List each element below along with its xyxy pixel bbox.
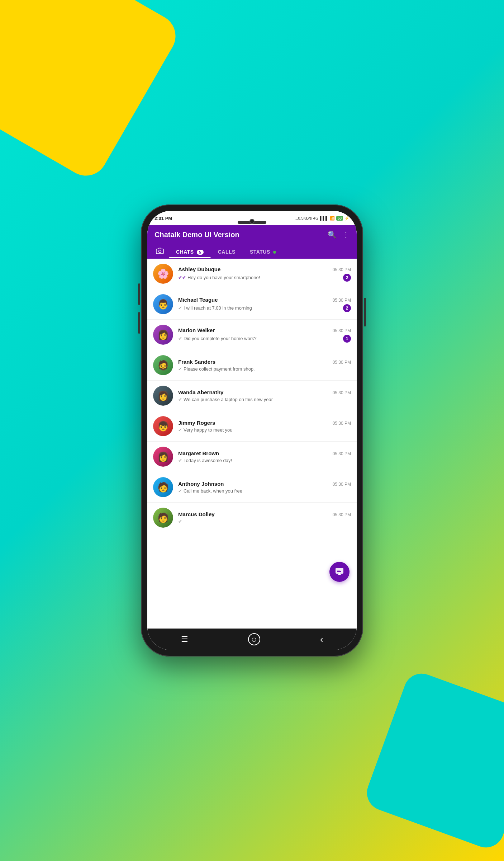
chat-header-row: Jimmy Rogers 05:30 PM [178, 420, 351, 426]
svg-point-1 [159, 250, 161, 253]
more-options-icon[interactable]: ⋮ [342, 230, 350, 239]
chat-message-row: ✔ Did you complete your home work? 1 [178, 335, 351, 343]
tab-calls[interactable]: CALLS [211, 245, 243, 258]
tab-chats[interactable]: CHATS 5 [169, 245, 211, 258]
chat-time: 05:30 PM [333, 267, 351, 272]
search-icon[interactable]: 🔍 [328, 230, 337, 239]
front-camera [249, 219, 255, 224]
avatar: 👩 [153, 386, 173, 406]
chat-message-row: ✔ I will reach at 7.00 in the morning 2 [178, 304, 351, 312]
chat-message: ✔ [178, 519, 351, 524]
menu-icon[interactable]: ☰ [174, 632, 195, 647]
chat-header-row: Frank Sanders 05:30 PM [178, 359, 351, 365]
chat-message-row: ✔ Very happy to meet you [178, 427, 351, 433]
signal-text: ...0.5KB/s [295, 216, 312, 220]
home-icon[interactable]: ○ [248, 633, 260, 645]
chat-name: Marcus Dolley [178, 511, 215, 517]
list-item[interactable]: 👩 Wanda Abernathy 05:30 PM ✔ We can purc… [147, 381, 357, 411]
chat-message-row: ✔✔ Hey do you have your smartphone! 2 [178, 274, 351, 282]
list-item[interactable]: 👩 Marion Welker 05:30 PM ✔ Did you compl… [147, 320, 357, 350]
chat-header-row: Michael Teague 05:30 PM [178, 297, 351, 303]
chat-message: ✔✔ Hey do you have your smartphone! [178, 275, 340, 280]
avatar: 🧑 [153, 508, 173, 528]
svg-rect-2 [336, 568, 343, 574]
single-check-icon: ✔ [178, 336, 182, 341]
single-check-icon: ✔ [178, 458, 182, 463]
single-check-icon: ✔ [178, 427, 182, 433]
chat-message-row: ✔ Today is awesome day! [178, 458, 351, 463]
chat-content: Michael Teague 05:30 PM ✔ I will reach a… [178, 297, 351, 312]
chat-time: 05:30 PM [333, 360, 351, 365]
svg-rect-3 [337, 570, 340, 570]
svg-rect-0 [156, 249, 163, 254]
list-item[interactable]: 🧔 Frank Sanders 05:30 PM ✔ Please collec… [147, 350, 357, 381]
tab-status[interactable]: STATUS [243, 245, 283, 258]
avatar: 👦 [153, 416, 173, 436]
chat-time: 05:30 PM [333, 298, 351, 303]
chat-message: ✔ Very happy to meet you [178, 427, 351, 433]
status-label: STATUS [250, 249, 270, 255]
chat-name: Margaret Brown [178, 450, 219, 456]
chat-message: ✔ We can purchase a laptop on this new y… [178, 397, 351, 402]
chat-content: Wanda Abernathy 05:30 PM ✔ We can purcha… [178, 389, 351, 402]
chat-name: Anthony Johnson [178, 481, 224, 487]
wifi-icon: 📶 [330, 216, 335, 221]
tab-bar: CHATS 5 CALLS STATUS [154, 245, 350, 259]
chat-content: Anthony Johnson 05:30 PM ✔ Call me back,… [178, 481, 351, 494]
battery-indicator: 53 [336, 216, 343, 221]
chat-content: Marcus Dolley 05:30 PM ✔ [178, 511, 351, 524]
chat-name: Michael Teague [178, 297, 218, 303]
single-check-icon: ✔ [178, 488, 182, 494]
back-icon[interactable]: ‹ [313, 631, 331, 648]
chat-message-row: ✔ Please collect payment from shop. [178, 366, 351, 372]
list-item[interactable]: 👩 Margaret Brown 05:30 PM ✔ Today is awe… [147, 442, 357, 472]
chat-header-row: Wanda Abernathy 05:30 PM [178, 389, 351, 395]
chat-name: Jimmy Rogers [178, 420, 215, 426]
header-actions: 🔍 ⋮ [328, 230, 350, 239]
list-item[interactable]: 🌸 Ashley Dubuque 05:30 PM ✔✔ Hey do you … [147, 259, 357, 289]
avatar: 🌸 [153, 264, 173, 284]
single-check-icon: ✔ [178, 366, 182, 372]
chat-time: 05:30 PM [333, 328, 351, 333]
chat-content: Margaret Brown 05:30 PM ✔ Today is aweso… [178, 450, 351, 463]
vol-up-button[interactable] [138, 283, 140, 305]
chat-header-row: Margaret Brown 05:30 PM [178, 450, 351, 456]
unread-badge: 2 [343, 304, 351, 312]
chat-message-row: ✔ Call me back, when you free [178, 488, 351, 494]
vol-down-button[interactable] [138, 312, 140, 334]
chat-message: ✔ Call me back, when you free [178, 488, 351, 494]
chat-header-row: Anthony Johnson 05:30 PM [178, 481, 351, 487]
chat-name: Wanda Abernathy [178, 389, 223, 395]
single-check-icon: ✔ [178, 519, 182, 524]
chat-time: 05:30 PM [333, 421, 351, 426]
app-title: Chatalk Demo UI Version [154, 231, 239, 239]
chat-header-row: Ashley Dubuque 05:30 PM [178, 266, 351, 272]
status-time: 2:01 PM [154, 216, 172, 221]
chat-content: Marion Welker 05:30 PM ✔ Did you complet… [178, 327, 351, 343]
chat-message: ✔ Today is awesome day! [178, 458, 351, 463]
chat-header-row: Marcus Dolley 05:30 PM [178, 511, 351, 517]
phone-device: 2:01 PM ...0.5KB/s 4G ▌▌▌ 📶 53 ⚡ Chatalk… [141, 204, 363, 657]
list-item[interactable]: 🧑 Anthony Johnson 05:30 PM ✔ Call me bac… [147, 472, 357, 503]
camera-tab-icon[interactable] [154, 245, 169, 259]
calls-label: CALLS [218, 249, 236, 255]
list-item[interactable]: 🧑 Marcus Dolley 05:30 PM ✔ [147, 503, 357, 533]
avatar: 👨 [153, 294, 173, 314]
list-item[interactable]: 👦 Jimmy Rogers 05:30 PM ✔ Very happy to … [147, 411, 357, 442]
chat-name: Marion Welker [178, 327, 215, 333]
chat-content: Frank Sanders 05:30 PM ✔ Please collect … [178, 359, 351, 372]
compose-fab-button[interactable] [329, 562, 350, 582]
chat-name: Frank Sanders [178, 359, 215, 365]
avatar: 👩 [153, 325, 173, 345]
avatar: 🧑 [153, 477, 173, 497]
chat-content: Ashley Dubuque 05:30 PM ✔✔ Hey do you ha… [178, 266, 351, 282]
power-button[interactable] [364, 298, 366, 326]
status-dot-icon [273, 251, 276, 254]
unread-badge: 1 [343, 335, 351, 343]
unread-badge: 2 [343, 274, 351, 282]
app-header: Chatalk Demo UI Version 🔍 ⋮ [147, 225, 357, 259]
chat-time: 05:30 PM [333, 390, 351, 395]
list-item[interactable]: 👨 Michael Teague 05:30 PM ✔ I will reach… [147, 289, 357, 320]
avatar: 🧔 [153, 355, 173, 375]
navigation-bar: ☰ ○ ‹ [147, 629, 357, 650]
